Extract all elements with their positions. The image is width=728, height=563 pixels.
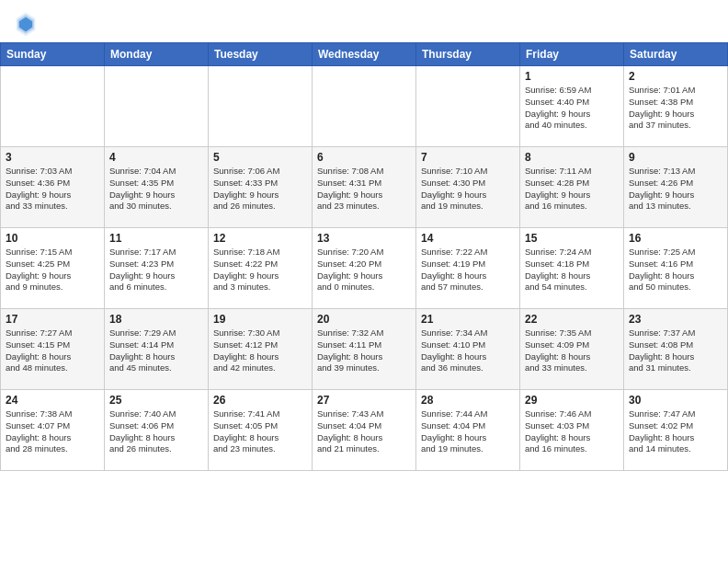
calendar-cell: 17Sunrise: 7:27 AM Sunset: 4:15 PM Dayli…: [1, 309, 105, 390]
calendar: SundayMondayTuesdayWednesdayThursdayFrid…: [0, 42, 728, 471]
calendar-cell: 24Sunrise: 7:38 AM Sunset: 4:07 PM Dayli…: [1, 390, 105, 471]
calendar-cell: [1, 66, 105, 147]
calendar-cell: [105, 66, 209, 147]
calendar-cell: 23Sunrise: 7:37 AM Sunset: 4:08 PM Dayli…: [624, 309, 728, 390]
weekday-header: Sunday: [1, 43, 105, 66]
calendar-cell: 18Sunrise: 7:29 AM Sunset: 4:14 PM Dayli…: [105, 309, 209, 390]
day-number: 22: [525, 313, 619, 326]
calendar-cell: 13Sunrise: 7:20 AM Sunset: 4:20 PM Dayli…: [313, 228, 416, 309]
calendar-cell: 14Sunrise: 7:22 AM Sunset: 4:19 PM Dayli…: [416, 228, 520, 309]
calendar-cell: 12Sunrise: 7:18 AM Sunset: 4:22 PM Dayli…: [209, 228, 313, 309]
day-number: 4: [109, 151, 203, 164]
calendar-cell: [209, 66, 313, 147]
day-info: Sunrise: 7:44 AM Sunset: 4:04 PM Dayligh…: [421, 408, 515, 455]
day-info: Sunrise: 7:13 AM Sunset: 4:26 PM Dayligh…: [629, 166, 722, 213]
day-info: Sunrise: 6:59 AM Sunset: 4:40 PM Dayligh…: [525, 85, 619, 132]
day-info: Sunrise: 7:37 AM Sunset: 4:08 PM Dayligh…: [629, 327, 722, 374]
day-info: Sunrise: 7:47 AM Sunset: 4:02 PM Dayligh…: [629, 408, 722, 455]
day-number: 14: [421, 232, 515, 245]
day-info: Sunrise: 7:41 AM Sunset: 4:05 PM Dayligh…: [213, 408, 307, 455]
calendar-cell: 15Sunrise: 7:24 AM Sunset: 4:18 PM Dayli…: [520, 228, 624, 309]
day-number: 1: [525, 70, 619, 83]
day-number: 20: [317, 313, 411, 326]
calendar-cell: 4Sunrise: 7:04 AM Sunset: 4:35 PM Daylig…: [105, 147, 209, 228]
day-number: 15: [525, 232, 619, 245]
day-number: 8: [525, 151, 619, 164]
day-info: Sunrise: 7:08 AM Sunset: 4:31 PM Dayligh…: [317, 166, 411, 213]
calendar-cell: 27Sunrise: 7:43 AM Sunset: 4:04 PM Dayli…: [313, 390, 416, 471]
header: [0, 0, 728, 42]
day-info: Sunrise: 7:40 AM Sunset: 4:06 PM Dayligh…: [109, 408, 203, 455]
day-info: Sunrise: 7:22 AM Sunset: 4:19 PM Dayligh…: [421, 247, 515, 293]
calendar-week-row: 1Sunrise: 6:59 AM Sunset: 4:40 PM Daylig…: [1, 66, 728, 147]
day-number: 21: [421, 313, 515, 326]
calendar-cell: 30Sunrise: 7:47 AM Sunset: 4:02 PM Dayli…: [624, 390, 728, 471]
calendar-cell: 16Sunrise: 7:25 AM Sunset: 4:16 PM Dayli…: [624, 228, 728, 309]
day-info: Sunrise: 7:11 AM Sunset: 4:28 PM Dayligh…: [525, 166, 619, 213]
day-number: 13: [317, 232, 411, 245]
day-info: Sunrise: 7:35 AM Sunset: 4:09 PM Dayligh…: [525, 327, 619, 374]
calendar-cell: 10Sunrise: 7:15 AM Sunset: 4:25 PM Dayli…: [1, 228, 105, 309]
day-number: 23: [629, 313, 722, 326]
day-number: 17: [6, 313, 99, 326]
calendar-cell: 22Sunrise: 7:35 AM Sunset: 4:09 PM Dayli…: [520, 309, 624, 390]
day-info: Sunrise: 7:10 AM Sunset: 4:30 PM Dayligh…: [421, 166, 515, 213]
day-info: Sunrise: 7:03 AM Sunset: 4:36 PM Dayligh…: [6, 166, 99, 213]
day-info: Sunrise: 7:06 AM Sunset: 4:33 PM Dayligh…: [213, 166, 307, 213]
calendar-cell: 25Sunrise: 7:40 AM Sunset: 4:06 PM Dayli…: [105, 390, 209, 471]
calendar-week-row: 10Sunrise: 7:15 AM Sunset: 4:25 PM Dayli…: [1, 228, 728, 309]
calendar-cell: 28Sunrise: 7:44 AM Sunset: 4:04 PM Dayli…: [416, 390, 520, 471]
day-number: 9: [629, 151, 722, 164]
day-info: Sunrise: 7:04 AM Sunset: 4:35 PM Dayligh…: [109, 166, 203, 213]
day-info: Sunrise: 7:25 AM Sunset: 4:16 PM Dayligh…: [629, 247, 722, 293]
day-number: 6: [317, 151, 411, 164]
day-number: 19: [213, 313, 307, 326]
calendar-cell: 7Sunrise: 7:10 AM Sunset: 4:30 PM Daylig…: [416, 147, 520, 228]
calendar-cell: 2Sunrise: 7:01 AM Sunset: 4:38 PM Daylig…: [624, 66, 728, 147]
day-info: Sunrise: 7:32 AM Sunset: 4:11 PM Dayligh…: [317, 327, 411, 374]
day-number: 27: [317, 394, 411, 407]
day-number: 30: [629, 394, 722, 407]
day-number: 5: [213, 151, 307, 164]
calendar-week-row: 3Sunrise: 7:03 AM Sunset: 4:36 PM Daylig…: [1, 147, 728, 228]
calendar-cell: 9Sunrise: 7:13 AM Sunset: 4:26 PM Daylig…: [624, 147, 728, 228]
calendar-cell: 6Sunrise: 7:08 AM Sunset: 4:31 PM Daylig…: [313, 147, 416, 228]
day-info: Sunrise: 7:43 AM Sunset: 4:04 PM Dayligh…: [317, 408, 411, 455]
day-number: 26: [213, 394, 307, 407]
weekday-header: Tuesday: [209, 43, 313, 66]
day-number: 24: [6, 394, 99, 407]
calendar-cell: [313, 66, 416, 147]
calendar-cell: 21Sunrise: 7:34 AM Sunset: 4:10 PM Dayli…: [416, 309, 520, 390]
calendar-cell: 20Sunrise: 7:32 AM Sunset: 4:11 PM Dayli…: [313, 309, 416, 390]
calendar-cell: 3Sunrise: 7:03 AM Sunset: 4:36 PM Daylig…: [1, 147, 105, 228]
day-info: Sunrise: 7:30 AM Sunset: 4:12 PM Dayligh…: [213, 327, 307, 374]
weekday-header: Thursday: [416, 43, 520, 66]
calendar-cell: 26Sunrise: 7:41 AM Sunset: 4:05 PM Dayli…: [209, 390, 313, 471]
day-info: Sunrise: 7:34 AM Sunset: 4:10 PM Dayligh…: [421, 327, 515, 374]
day-info: Sunrise: 7:01 AM Sunset: 4:38 PM Dayligh…: [629, 85, 722, 132]
calendar-cell: 8Sunrise: 7:11 AM Sunset: 4:28 PM Daylig…: [520, 147, 624, 228]
logo: [15, 11, 40, 37]
day-number: 2: [629, 70, 722, 83]
weekday-header: Monday: [105, 43, 209, 66]
day-number: 25: [109, 394, 203, 407]
day-number: 10: [6, 232, 99, 245]
day-info: Sunrise: 7:18 AM Sunset: 4:22 PM Dayligh…: [213, 247, 307, 293]
weekday-header: Wednesday: [313, 43, 416, 66]
calendar-cell: 29Sunrise: 7:46 AM Sunset: 4:03 PM Dayli…: [520, 390, 624, 471]
day-info: Sunrise: 7:15 AM Sunset: 4:25 PM Dayligh…: [6, 247, 99, 293]
weekday-header: Saturday: [624, 43, 728, 66]
day-info: Sunrise: 7:24 AM Sunset: 4:18 PM Dayligh…: [525, 247, 619, 293]
day-info: Sunrise: 7:17 AM Sunset: 4:23 PM Dayligh…: [109, 247, 203, 293]
day-number: 11: [109, 232, 203, 245]
day-number: 29: [525, 394, 619, 407]
calendar-cell: 11Sunrise: 7:17 AM Sunset: 4:23 PM Dayli…: [105, 228, 209, 309]
day-info: Sunrise: 7:27 AM Sunset: 4:15 PM Dayligh…: [6, 327, 99, 374]
day-info: Sunrise: 7:38 AM Sunset: 4:07 PM Dayligh…: [6, 408, 99, 455]
calendar-cell: 5Sunrise: 7:06 AM Sunset: 4:33 PM Daylig…: [209, 147, 313, 228]
calendar-week-row: 17Sunrise: 7:27 AM Sunset: 4:15 PM Dayli…: [1, 309, 728, 390]
calendar-header-row: SundayMondayTuesdayWednesdayThursdayFrid…: [1, 43, 728, 66]
day-number: 7: [421, 151, 515, 164]
day-info: Sunrise: 7:20 AM Sunset: 4:20 PM Dayligh…: [317, 247, 411, 293]
calendar-week-row: 24Sunrise: 7:38 AM Sunset: 4:07 PM Dayli…: [1, 390, 728, 471]
